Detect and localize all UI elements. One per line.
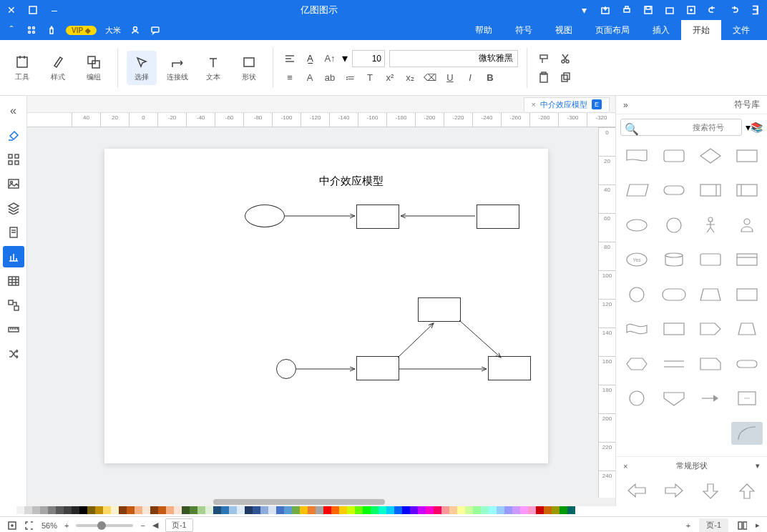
tab-help[interactable]: 帮助 [464,20,504,41]
add-page-icon[interactable]: + [686,521,690,530]
color-swatch[interactable] [158,506,166,514]
align-icon[interactable] [282,51,298,66]
ribbon-select[interactable]: 选择 [127,51,157,85]
export-icon[interactable] [600,4,611,16]
ribbon-connector[interactable]: 连接线 [162,54,192,82]
color-swatch[interactable] [339,506,347,514]
color-swatch[interactable] [394,506,402,514]
color-swatch[interactable] [190,506,197,514]
color-swatch[interactable] [316,506,323,514]
font-size-select[interactable] [352,50,385,67]
color-swatch[interactable] [418,506,426,514]
collapse-icon[interactable]: « [3,100,24,122]
color-swatch[interactable] [221,506,229,514]
font-increase-icon[interactable]: A↑ [322,51,338,66]
color-swatch[interactable] [567,506,575,514]
color-swatch[interactable] [426,506,434,514]
cut-icon[interactable] [557,51,573,66]
close-footer-icon[interactable]: × [623,462,627,471]
expand-footer-icon[interactable]: ▾ [756,461,760,471]
color-swatch[interactable] [284,506,292,514]
collapse-right-icon[interactable]: » [623,100,628,110]
shape-lines[interactable] [658,353,690,375]
color-swatch[interactable] [355,506,363,514]
color-swatch[interactable] [95,506,103,514]
color-swatch[interactable] [300,506,308,514]
shape-pentagon[interactable] [658,387,690,410]
underline-icon[interactable]: U [442,70,458,86]
dropdown-icon[interactable]: ▾ [578,4,590,16]
arrow-right[interactable] [658,479,690,502]
zoom-slider[interactable] [76,524,133,527]
shape-db[interactable] [731,179,763,202]
arrow-down[interactable] [695,479,726,502]
canvas[interactable]: 中介效应模型 [27,127,598,498]
close-tab-icon[interactable]: × [532,100,536,109]
image-icon[interactable] [3,173,24,194]
shape-ellipse[interactable] [621,214,653,237]
page-indicator-left[interactable]: 页-1 [165,518,193,532]
color-swatch[interactable] [489,506,497,514]
color-swatch[interactable] [331,506,339,514]
close-icon[interactable]: ✕ [6,4,17,16]
color-swatch[interactable] [441,506,449,514]
font-color-icon[interactable]: A̲ [302,51,318,66]
color-swatch[interactable] [32,506,40,514]
shape-user[interactable] [731,214,763,237]
shape-pill[interactable] [658,179,690,202]
color-swatch[interactable] [87,506,95,514]
color-swatch[interactable] [174,506,182,514]
shape-rect-1[interactable] [356,205,399,229]
horizontal-scrollbar[interactable] [27,498,615,506]
shape-arc[interactable] [731,422,763,445]
shape-parallel[interactable] [621,179,653,202]
zoom-in-icon[interactable]: + [64,521,69,530]
shape-doc[interactable] [621,144,653,167]
strikethrough-icon[interactable]: ab [322,70,338,86]
shape-rect-5[interactable] [488,356,531,380]
ribbon-group[interactable]: 编组 [79,54,109,82]
shape-wave[interactable] [621,317,653,340]
ribbon-shape[interactable]: 形状 [234,54,264,82]
shape-ellipse-1[interactable] [245,205,285,227]
color-swatch[interactable] [182,506,190,514]
shape-frame[interactable] [731,248,763,271]
pages-icon[interactable] [737,521,747,531]
paste-icon[interactable] [536,69,552,85]
color-swatch[interactable] [560,506,567,514]
shape-actor[interactable] [695,214,726,237]
color-swatch[interactable] [16,506,24,514]
doc-tab[interactable]: × 中介效应模型 E [524,97,610,112]
shape-yes[interactable]: Yes [621,248,653,271]
shape-cutcorner[interactable] [695,353,726,375]
zoom-out-icon[interactable]: − [140,521,145,530]
color-swatch[interactable] [103,506,111,514]
color-swatch[interactable] [56,506,64,514]
theme-icon[interactable] [46,24,57,36]
shape-stadium[interactable] [658,283,690,306]
color-swatch[interactable] [40,506,48,514]
color-swatch[interactable] [245,506,253,514]
color-swatch[interactable] [72,506,79,514]
italic-icon[interactable]: I [462,70,478,86]
shape-card[interactable] [695,248,726,271]
tab-view[interactable]: 视图 [544,20,584,41]
shape-bullet[interactable] [695,317,726,340]
bold-icon[interactable]: B [482,70,498,86]
clear-format-icon[interactable]: ⌫ [422,70,438,86]
subscript-icon[interactable]: x₂ [402,70,418,86]
table-icon[interactable] [3,270,24,292]
chevron-up-icon[interactable]: ˆ [6,24,17,36]
shape-diamond[interactable] [695,144,726,167]
tab-layout[interactable]: 页面布局 [584,20,641,41]
shuffle-icon[interactable] [3,343,24,365]
shape-rect-2[interactable] [477,205,519,229]
color-swatch[interactable] [150,506,158,514]
open-icon[interactable] [664,4,675,16]
case-icon[interactable]: T [362,70,378,86]
color-swatch[interactable] [536,506,544,514]
diagram-title[interactable]: 中介效应模型 [319,174,384,188]
shape-hex[interactable] [621,353,653,375]
shape-circle2[interactable] [621,283,653,306]
play-icon[interactable]: ◀ [152,521,158,530]
